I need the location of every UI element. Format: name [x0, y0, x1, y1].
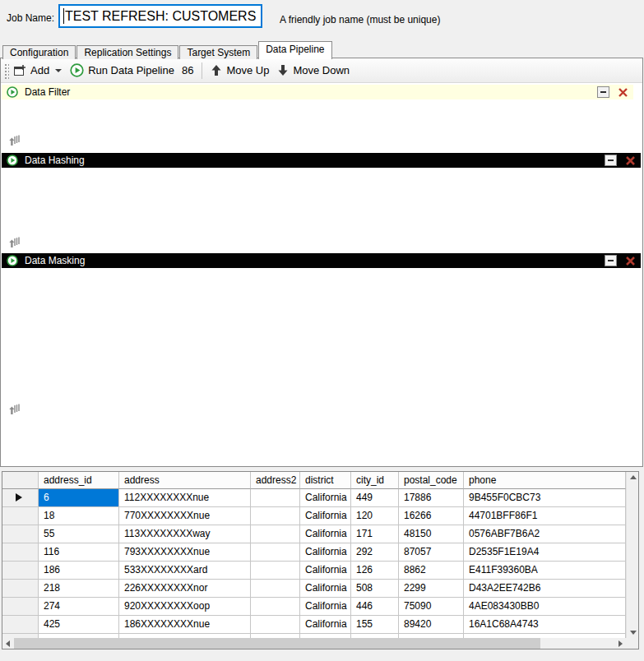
grid-header-district[interactable]: district	[300, 472, 351, 489]
move-down-button[interactable]: Move Down	[273, 62, 354, 79]
grid-cell[interactable]: 533XXXXXXXXard	[119, 562, 251, 580]
grid-cell[interactable]	[251, 580, 300, 598]
apply-stack-icon	[7, 403, 21, 416]
move-up-button[interactable]: Move Up	[206, 62, 273, 79]
row-selector[interactable]	[2, 507, 39, 525]
scroll-left-arrow-icon[interactable]	[6, 640, 10, 647]
run-data-pipeline-button[interactable]: Run Data Pipeline 86	[66, 61, 197, 80]
tab-configuration[interactable]: Configuration	[2, 45, 76, 59]
grid-header-city_id[interactable]: city_id	[351, 472, 399, 489]
grid-cell[interactable]: 274	[39, 598, 119, 616]
grid-cell[interactable]: 116	[39, 543, 119, 562]
grid-cell[interactable]: 508	[351, 580, 399, 598]
vertical-scrollbar[interactable]	[626, 472, 638, 638]
grid-cell[interactable]: 218	[39, 580, 119, 598]
grid-cell[interactable]: D43A2EE742B6	[464, 580, 626, 598]
horizontal-scrollbar[interactable]	[2, 638, 626, 649]
grid-cell[interactable]: 186XXXXXXXXnue	[119, 616, 251, 634]
collapse-panel-button[interactable]	[605, 255, 617, 266]
grid-cell[interactable]: 186	[39, 562, 119, 580]
toolbar-separator	[202, 62, 202, 79]
job-name-input[interactable]: TEST REFRESH: CUSTOMERS	[59, 5, 262, 27]
row-selector[interactable]	[2, 562, 39, 580]
grid-cell[interactable]: 446	[351, 598, 399, 616]
grid-cell[interactable]: 48150	[399, 525, 464, 543]
grid-header-address[interactable]: address	[119, 472, 251, 489]
toolbar-grip-handle[interactable]	[3, 62, 9, 79]
grid-cell[interactable]: 55	[39, 525, 119, 543]
row-selector[interactable]	[2, 580, 39, 598]
collapse-panel-button[interactable]	[605, 155, 617, 166]
row-selector[interactable]	[2, 543, 39, 562]
grid-cell[interactable]	[251, 616, 300, 634]
grid-cell[interactable]: 171	[351, 525, 399, 543]
grid-cell[interactable]: 16A1C68A4743	[464, 616, 626, 634]
row-selector[interactable]	[2, 489, 39, 507]
grid-header-phone[interactable]: phone	[464, 472, 626, 489]
row-selector[interactable]	[2, 525, 39, 543]
grid-cell[interactable]: 425	[39, 616, 119, 634]
grid-header-address2[interactable]: address2	[251, 472, 300, 489]
close-panel-icon[interactable]	[625, 155, 636, 166]
add-button[interactable]: Add	[9, 62, 66, 80]
grid-cell[interactable]: 89420	[399, 616, 464, 634]
table-row: 55113XXXXXXXXwayCalifornia171481500576AB…	[2, 525, 626, 543]
horizontal-scrollbar-thumb[interactable]	[14, 638, 540, 649]
tab-replication-settings[interactable]: Replication Settings	[76, 45, 178, 59]
close-panel-icon[interactable]	[625, 256, 636, 266]
grid-cell[interactable]: California	[300, 489, 351, 507]
grid-cell[interactable]: 75090	[399, 598, 464, 616]
grid-cell[interactable]: California	[300, 580, 351, 598]
grid-cell[interactable]: 793XXXXXXXXnue	[119, 543, 251, 562]
grid-cell[interactable]: D2535F1E19A4	[464, 543, 626, 562]
grid-cell[interactable]	[251, 543, 300, 562]
grid-cell[interactable]: 449	[351, 489, 399, 507]
grid-cell[interactable]: 2299	[399, 580, 464, 598]
row-selector[interactable]	[2, 616, 39, 634]
grid-cell[interactable]: 226XXXXXXXXnor	[119, 580, 251, 598]
grid-header-postal_code[interactable]: postal_code	[399, 472, 464, 489]
grid-cell[interactable]: 8862	[399, 562, 464, 580]
scroll-down-arrow-icon[interactable]	[630, 631, 637, 635]
grid-cell[interactable]: California	[300, 525, 351, 543]
grid-cell[interactable]: 87057	[399, 543, 464, 562]
grid-cell[interactable]: 9B455F0CBC73	[464, 489, 626, 507]
grid-cell[interactable]: 16266	[399, 507, 464, 525]
grid-header-selector[interactable]	[2, 472, 39, 489]
grid-cell[interactable]: California	[300, 562, 351, 580]
grid-cell[interactable]: 155	[351, 616, 399, 634]
grid-cell[interactable]: 18	[39, 507, 119, 525]
grid-cell[interactable]: California	[300, 543, 351, 562]
grid-cell[interactable]: 770XXXXXXXXnue	[119, 507, 251, 525]
grid-cell[interactable]	[251, 507, 300, 525]
grid-cell[interactable]: California	[300, 598, 351, 616]
grid-cell[interactable]: 4AE083430BB0	[464, 598, 626, 616]
grid-cell[interactable]	[251, 525, 300, 543]
scroll-up-arrow-icon[interactable]	[630, 475, 637, 479]
grid-cell[interactable]: 112XXXXXXXXnue	[119, 489, 251, 507]
grid-cell[interactable]	[251, 562, 300, 580]
grid-cell[interactable]: 113XXXXXXXXway	[119, 525, 251, 543]
grid-header-address_id[interactable]: address_id	[39, 472, 119, 489]
close-panel-icon[interactable]	[618, 87, 628, 98]
collapse-panel-button[interactable]	[597, 86, 609, 98]
data-masking-panel-header: Data Masking	[2, 253, 641, 268]
grid-cell[interactable]: California	[300, 507, 351, 525]
grid-cell[interactable]: 0576ABF7B6A2	[464, 525, 626, 543]
tab-target-system[interactable]: Target System	[179, 45, 257, 59]
grid-cell[interactable]: 6	[39, 489, 119, 507]
tab-data-pipeline[interactable]: Data Pipeline	[258, 41, 331, 59]
grid-cell[interactable]	[251, 598, 300, 616]
grid-cell[interactable]: California	[300, 616, 351, 634]
grid-cell[interactable]: 120	[351, 507, 399, 525]
grid-cell[interactable]: 126	[351, 562, 399, 580]
scroll-right-arrow-icon[interactable]	[619, 640, 623, 647]
grid-cell[interactable]	[251, 489, 300, 507]
row-selector[interactable]	[2, 598, 39, 616]
grid-cell[interactable]: 292	[351, 543, 399, 562]
panel-play-icon	[7, 155, 18, 166]
grid-cell[interactable]: 17886	[399, 489, 464, 507]
grid-cell[interactable]: 920XXXXXXXXoop	[119, 598, 251, 616]
grid-cell[interactable]: E411F39360BA	[464, 562, 626, 580]
grid-cell[interactable]: 44701BFF86F1	[464, 507, 626, 525]
